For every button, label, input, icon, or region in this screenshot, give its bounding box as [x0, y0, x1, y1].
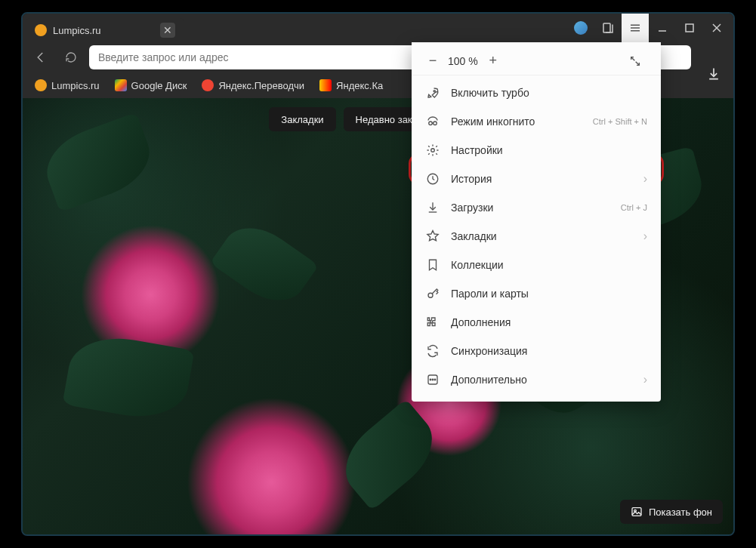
show-background-button[interactable]: Показать фон [620, 500, 723, 524]
svg-rect-0 [603, 23, 610, 32]
menu-item-collections[interactable]: Коллекции [412, 251, 661, 279]
zoom-out-button[interactable]: − [422, 53, 443, 69]
menu-item-bookmarks[interactable]: Закладки › [412, 222, 661, 251]
menu-label: Загрузки [451, 202, 493, 214]
main-menu-dropdown: − 100 % + Включить турбо Режим инкогнито… [412, 42, 661, 402]
yandex-favicon [319, 79, 332, 91]
weather-icon[interactable] [567, 14, 594, 42]
menu-label: Пароли и карты [451, 288, 529, 300]
bookmark-label: Яндекс.Ка [336, 80, 383, 91]
fullscreen-button[interactable] [629, 55, 650, 67]
incognito-icon [425, 114, 440, 129]
svg-point-18 [431, 149, 435, 152]
chip-bookmarks[interactable]: Закладки [269, 107, 335, 131]
star-icon [425, 229, 440, 244]
menu-label: Включить турбо [451, 87, 529, 99]
svg-point-14 [434, 91, 435, 92]
svg-point-25 [434, 379, 436, 380]
show-background-label: Показать фон [649, 506, 712, 518]
bookmark-google-drive[interactable]: Google Диск [109, 76, 193, 94]
bookmark-label: Google Диск [131, 80, 187, 91]
collections-icon [425, 257, 440, 272]
bookmark-yandex-ka[interactable]: Яндекс.Ка [313, 76, 389, 94]
close-tab-button[interactable]: ✕ [160, 23, 175, 38]
download-icon [425, 200, 440, 215]
bookmark-lumpics[interactable]: Lumpics.ru [29, 76, 106, 94]
main-menu-button[interactable] [622, 14, 649, 42]
menu-item-addons[interactable]: Дополнения [412, 308, 661, 337]
gear-icon [425, 143, 440, 158]
bookmark-label: Lumpics.ru [51, 80, 100, 91]
chevron-right-icon: › [643, 172, 647, 186]
menu-item-passwords[interactable]: Пароли и карты [412, 279, 661, 308]
menu-shortcut: Ctrl + Shift + N [593, 117, 647, 126]
menu-item-sync[interactable]: Синхронизация [412, 337, 661, 365]
minimize-button[interactable] [649, 14, 676, 42]
menu-item-incognito[interactable]: Режим инкогнито Ctrl + Shift + N [412, 107, 661, 136]
menu-item-downloads[interactable]: Загрузки Ctrl + J [412, 193, 661, 222]
menu-label: Коллекции [451, 259, 504, 271]
svg-point-23 [430, 379, 431, 380]
yandex-translate-favicon [202, 79, 214, 91]
rocket-icon [425, 85, 440, 100]
svg-point-21 [428, 293, 433, 297]
puzzle-icon [425, 315, 440, 330]
svg-point-15 [429, 122, 433, 125]
more-icon [425, 372, 440, 387]
menu-label: Дополнения [451, 316, 511, 328]
svg-rect-5 [686, 24, 693, 32]
chevron-right-icon: › [643, 229, 647, 243]
menu-item-turbo[interactable]: Включить турбо [412, 79, 661, 107]
sync-icon [425, 343, 440, 359]
chip-label: Закладки [281, 114, 323, 125]
collections-toolbar-icon[interactable] [594, 14, 622, 42]
tab-favicon [35, 24, 47, 36]
bookmark-label: Яндекс.Переводчи [218, 80, 304, 91]
menu-item-more[interactable]: Дополнительно › [412, 365, 661, 394]
menu-label: Дополнительно [451, 374, 527, 386]
history-icon [425, 171, 440, 186]
menu-label: Закладки [451, 230, 497, 242]
titlebar: Lumpics.ru ✕ [23, 14, 733, 42]
browser-tab[interactable]: Lumpics.ru ✕ [26, 18, 184, 42]
image-icon [631, 506, 643, 518]
menu-label: История [451, 173, 492, 185]
menu-label: Синхронизация [451, 345, 527, 357]
zoom-row: − 100 % + [412, 47, 661, 75]
reload-button[interactable] [59, 45, 83, 69]
chevron-right-icon: › [643, 373, 647, 386]
menu-label: Настройки [451, 144, 503, 156]
menu-item-settings[interactable]: Настройки [412, 136, 661, 165]
close-window-button[interactable] [703, 14, 730, 42]
lumpics-favicon [35, 79, 47, 91]
back-button[interactable] [29, 45, 53, 69]
svg-point-16 [434, 122, 437, 125]
key-icon [425, 286, 440, 301]
svg-point-24 [432, 379, 434, 380]
svg-rect-12 [632, 508, 641, 516]
zoom-in-button[interactable]: + [483, 53, 504, 69]
menu-shortcut: Ctrl + J [621, 203, 647, 212]
maximize-button[interactable] [676, 14, 703, 42]
menu-label: Режим инкогнито [451, 115, 535, 128]
bookmark-yandex-translate[interactable]: Яндекс.Переводчи [196, 76, 310, 94]
menu-item-history[interactable]: История › [412, 165, 661, 193]
gdrive-favicon [115, 79, 127, 91]
zoom-value: 100 % [443, 55, 483, 67]
downloads-toolbar-button[interactable] [699, 59, 729, 89]
tab-title: Lumpics.ru [53, 25, 101, 36]
